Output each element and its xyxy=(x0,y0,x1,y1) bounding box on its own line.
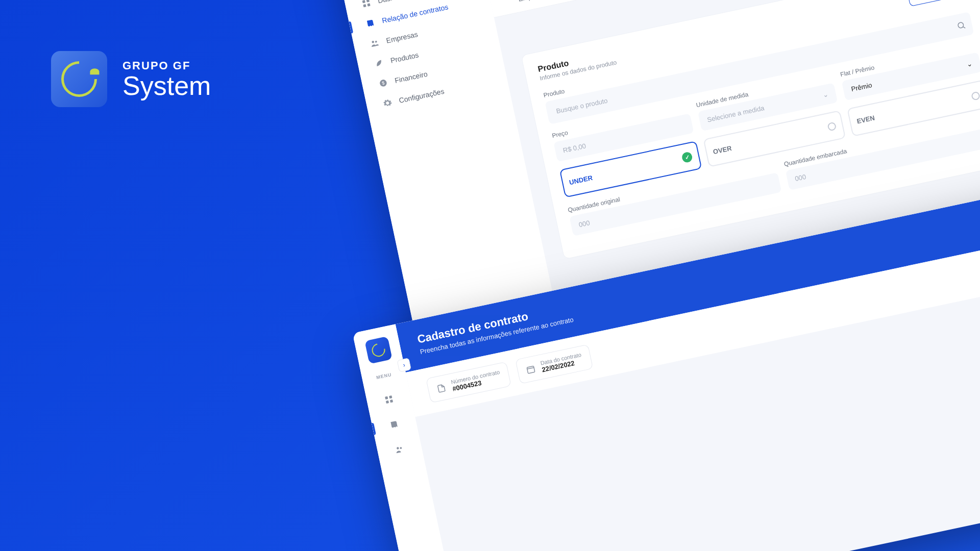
dollar-icon: $ xyxy=(378,78,388,88)
calendar-icon xyxy=(525,364,536,374)
svg-point-21 xyxy=(397,447,399,449)
grid-icon xyxy=(383,394,394,405)
people-icon xyxy=(370,38,380,48)
sidebar-item-label: Configurações xyxy=(398,87,445,105)
sidebar-item-label: Dashboard xyxy=(377,0,412,5)
mini-item-empresas[interactable] xyxy=(386,436,413,463)
mini-item-dashboard[interactable] xyxy=(376,386,402,413)
book-icon xyxy=(365,18,376,29)
svg-rect-1 xyxy=(366,0,370,3)
radio-icon xyxy=(827,121,837,131)
svg-point-22 xyxy=(400,447,402,449)
svg-rect-20 xyxy=(390,399,393,403)
people-icon xyxy=(394,444,405,455)
svg-rect-2 xyxy=(363,4,366,7)
svg-point-4 xyxy=(372,41,374,43)
menu-heading: MENU xyxy=(376,372,392,380)
logo-icon xyxy=(364,336,393,364)
gear-icon xyxy=(382,97,393,108)
svg-rect-19 xyxy=(386,400,389,404)
sidebar-item-label: Produtos xyxy=(389,51,419,64)
file-icon xyxy=(436,383,447,393)
radio-icon xyxy=(971,91,980,101)
svg-point-5 xyxy=(375,41,377,43)
contract-date-chip: Data do contrato 22/02/2022 xyxy=(515,344,593,384)
mini-item-contratos[interactable] xyxy=(381,411,407,438)
search-icon xyxy=(955,20,966,31)
grid-icon xyxy=(361,0,372,9)
expand-sidebar-button[interactable]: › xyxy=(397,358,411,372)
contract-number-chip: Número do contrato #0004523 xyxy=(426,362,511,403)
sidebar-item-label: Empresas xyxy=(385,30,419,45)
svg-rect-23 xyxy=(527,366,535,373)
brand-large: System xyxy=(122,72,211,99)
logo-mark xyxy=(51,51,107,107)
chevron-down-icon: ⌄ xyxy=(822,90,829,99)
check-icon: ✓ xyxy=(681,151,693,163)
svg-point-9 xyxy=(958,22,964,28)
hero-logo: GRUPO GF System xyxy=(51,51,211,107)
svg-rect-18 xyxy=(389,395,392,398)
sidebar-item-label: Financeiro xyxy=(394,70,428,85)
svg-rect-17 xyxy=(385,396,388,399)
book-icon xyxy=(389,419,400,430)
svg-rect-0 xyxy=(362,0,365,3)
leaf-icon xyxy=(374,58,384,68)
chevron-down-icon: ⌄ xyxy=(966,60,973,68)
svg-rect-3 xyxy=(367,3,370,6)
